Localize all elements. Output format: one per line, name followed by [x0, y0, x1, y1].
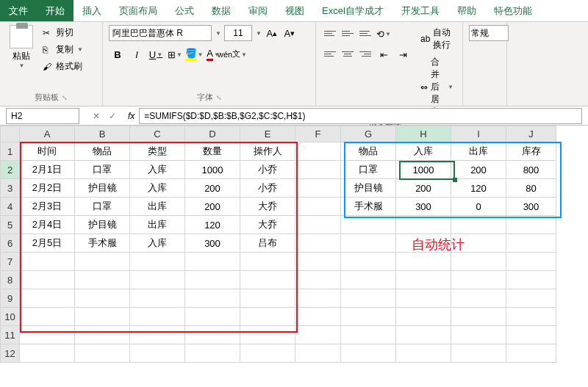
cell[interactable]: [341, 271, 396, 289]
cell[interactable]: [341, 308, 396, 326]
decrease-indent-button[interactable]: ⇤: [375, 46, 392, 63]
cell[interactable]: 小乔: [240, 161, 295, 179]
row-header[interactable]: 12: [1, 344, 20, 363]
col-header[interactable]: F: [295, 126, 341, 142]
cell[interactable]: 2月2日: [20, 179, 75, 198]
cell[interactable]: [295, 198, 341, 216]
cell[interactable]: [130, 289, 185, 308]
cell[interactable]: [506, 344, 556, 363]
cell[interactable]: [240, 326, 295, 344]
cell[interactable]: [396, 308, 451, 326]
name-box[interactable]: [6, 108, 79, 124]
increase-indent-button[interactable]: ⇥: [394, 46, 412, 63]
cell[interactable]: 时间: [20, 142, 75, 161]
formula-input[interactable]: [139, 108, 582, 124]
cell[interactable]: 2月1日: [20, 161, 75, 179]
decrease-font-button[interactable]: A▾: [282, 26, 297, 40]
select-all-corner[interactable]: [1, 126, 20, 142]
cell[interactable]: 护目镜: [341, 179, 396, 198]
cell[interactable]: 出库: [130, 198, 185, 216]
tab-data[interactable]: 数据: [203, 0, 240, 21]
cell[interactable]: 手术服: [75, 234, 130, 253]
cell[interactable]: [75, 344, 130, 363]
cell[interactable]: [295, 253, 341, 271]
tab-insert[interactable]: 插入: [74, 0, 110, 21]
cell[interactable]: [185, 344, 240, 363]
align-top-button[interactable]: [322, 25, 338, 41]
underline-button[interactable]: U▼: [147, 46, 165, 63]
align-right-button[interactable]: [357, 46, 373, 62]
chevron-down-icon[interactable]: ▼: [215, 30, 221, 37]
cell[interactable]: [295, 216, 341, 234]
row-header[interactable]: 1: [1, 142, 20, 161]
tab-dev[interactable]: 开发工具: [392, 0, 448, 21]
cell[interactable]: [295, 344, 341, 363]
cell[interactable]: 300: [396, 198, 451, 216]
col-header[interactable]: G: [341, 126, 396, 142]
cell[interactable]: 物品: [341, 142, 396, 161]
cell[interactable]: 入库: [396, 142, 451, 161]
cell[interactable]: [20, 253, 75, 271]
align-left-button[interactable]: [322, 46, 338, 62]
fill-color-button[interactable]: 🪣▼: [185, 46, 203, 63]
cell[interactable]: [185, 271, 240, 289]
worksheet[interactable]: A B C D E F G H I J 1 时间物品类型数量操作人 物品入库出库…: [0, 126, 588, 363]
cell[interactable]: 入库: [130, 234, 185, 253]
cell[interactable]: 200: [185, 198, 240, 216]
tab-special[interactable]: 特色功能: [485, 0, 541, 21]
cell[interactable]: [295, 271, 341, 289]
cell[interactable]: [185, 253, 240, 271]
cell[interactable]: 吕布: [240, 234, 295, 253]
cell[interactable]: [506, 234, 556, 253]
row-header[interactable]: 3: [1, 179, 20, 198]
cell[interactable]: [20, 326, 75, 344]
row-header[interactable]: 11: [1, 326, 20, 344]
cell[interactable]: [295, 142, 341, 161]
col-header[interactable]: E: [240, 126, 295, 142]
cell[interactable]: [20, 344, 75, 363]
col-header[interactable]: H: [396, 126, 451, 142]
cell[interactable]: 大乔: [240, 216, 295, 234]
font-name-select[interactable]: [109, 25, 212, 41]
cell[interactable]: [185, 308, 240, 326]
cell[interactable]: 1000: [396, 161, 451, 179]
cell[interactable]: 数量: [185, 142, 240, 161]
cell[interactable]: [75, 326, 130, 344]
cell[interactable]: [295, 179, 341, 198]
cell[interactable]: 300: [506, 198, 556, 216]
bold-button[interactable]: B: [109, 46, 126, 63]
cell[interactable]: [341, 344, 396, 363]
cell[interactable]: 80: [506, 179, 556, 198]
cell[interactable]: [75, 253, 130, 271]
col-header[interactable]: B: [75, 126, 130, 142]
col-header[interactable]: C: [130, 126, 185, 142]
row-header[interactable]: 8: [1, 271, 20, 289]
cell[interactable]: 入库: [130, 161, 185, 179]
accept-formula-button[interactable]: ✓: [106, 111, 119, 121]
cell[interactable]: [341, 289, 396, 308]
cell[interactable]: [396, 289, 451, 308]
paste-button[interactable]: 粘贴 ▼: [6, 25, 37, 74]
format-painter-button[interactable]: 🖌格式刷: [40, 59, 86, 74]
chevron-down-icon[interactable]: ▼: [256, 30, 262, 37]
cell[interactable]: [396, 253, 451, 271]
cell[interactable]: 120: [451, 179, 506, 198]
phonetic-button[interactable]: wén文▼: [223, 46, 241, 63]
cell[interactable]: 小乔: [240, 179, 295, 198]
cell[interactable]: [506, 308, 556, 326]
cell[interactable]: 120: [185, 216, 240, 234]
cell[interactable]: [341, 253, 396, 271]
cell[interactable]: 物品: [75, 142, 130, 161]
cell[interactable]: 口罩: [341, 161, 396, 179]
cut-button[interactable]: ✂剪切: [40, 25, 86, 40]
col-header[interactable]: J: [506, 126, 556, 142]
cell[interactable]: [240, 308, 295, 326]
tab-excel-self[interactable]: Excel自学成才: [313, 0, 392, 21]
cell[interactable]: [240, 344, 295, 363]
cell[interactable]: 口罩: [75, 198, 130, 216]
cell[interactable]: 200: [451, 161, 506, 179]
cell[interactable]: 入库: [130, 179, 185, 198]
cell[interactable]: [130, 326, 185, 344]
row-header[interactable]: 7: [1, 253, 20, 271]
row-header[interactable]: 5: [1, 216, 20, 234]
